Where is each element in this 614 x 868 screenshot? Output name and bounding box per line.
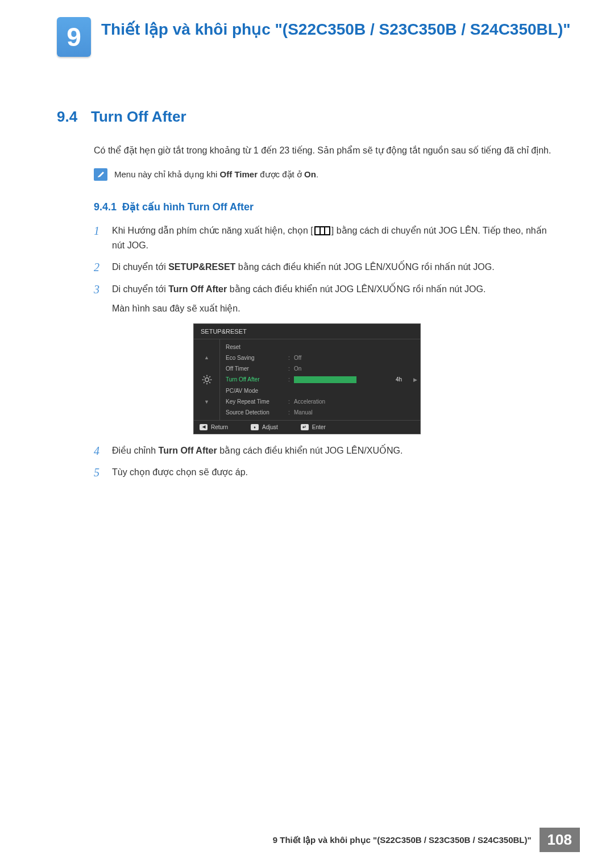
step-1: 1 Khi Hướng dẫn phím chức năng xuất hiện… <box>94 223 560 254</box>
chapter-number-badge: 9 <box>57 17 91 57</box>
note-mid: được đặt ở <box>258 169 304 179</box>
osd-menu-rows: Reset Eco Saving:Off Off Timer:On Turn O… <box>220 339 410 420</box>
step-3: 3 Di chuyển tới Turn Off After bằng cách… <box>94 282 560 317</box>
note-bold-1: Off Timer <box>220 169 258 179</box>
step-4: 4 Điều chỉnh Turn Off After bằng cách đi… <box>94 443 560 458</box>
step-2: 2 Di chuyển tới SETUP&RESET bằng cách đi… <box>94 260 560 275</box>
step-list-cont: 4 Điều chỉnh Turn Off After bằng cách đi… <box>0 443 614 480</box>
subsection-title: Đặt cấu hình Turn Off After <box>122 201 254 213</box>
osd-footer-adjust: Adjust <box>251 424 278 430</box>
svg-point-0 <box>205 377 209 381</box>
note-suffix: . <box>316 169 318 179</box>
osd-slider-track <box>294 376 356 383</box>
osd-row-reset: Reset <box>220 342 410 352</box>
osd-row-offtimer: Off Timer:On <box>220 363 410 374</box>
step-number: 4 <box>94 443 104 458</box>
note-text: Menu này chỉ khả dụng khi Off Timer được… <box>114 168 318 181</box>
section-heading: 9.4 Turn Off After <box>0 57 614 126</box>
page-footer: 9 Thiết lập và khôi phục "(S22C350B / S2… <box>273 828 580 852</box>
osd-row-turnoffafter: Turn Off After: 4h <box>220 374 410 385</box>
osd-title: SETUP&RESET <box>194 324 420 339</box>
step-text: Di chuyển tới Turn Off After bằng cách đ… <box>112 282 486 317</box>
adjust-icon <box>251 424 259 430</box>
note-icon <box>94 168 107 181</box>
svg-line-7 <box>204 382 205 383</box>
step-number: 5 <box>94 465 104 480</box>
section-number: 9.4 <box>57 108 91 126</box>
step-text: Tùy chọn được chọn sẽ được áp. <box>112 465 248 480</box>
menu-icon <box>314 226 330 235</box>
subsection-heading: 9.4.1 Đặt cấu hình Turn Off After <box>0 181 614 213</box>
osd-row-eco: Eco Saving:Off <box>220 352 410 363</box>
osd-up-arrow-icon: ▲ <box>202 353 211 362</box>
note-block: Menu này chỉ khả dụng khi Off Timer được… <box>0 158 614 181</box>
step-text: Điều chỉnh Turn Off After bằng cách điều… <box>112 443 403 458</box>
step-text: Khi Hướng dẫn phím chức năng xuất hiện, … <box>112 223 560 254</box>
chapter-title: Thiết lập và khôi phục "(S22C350B / S23C… <box>101 17 571 39</box>
step-5: 5 Tùy chọn được chọn sẽ được áp. <box>94 465 560 480</box>
note-bold-2: On <box>304 169 316 179</box>
step-sub-text: Màn hình sau đây sẽ xuất hiện. <box>112 301 486 316</box>
step-list: 1 Khi Hướng dẫn phím chức năng xuất hiện… <box>0 213 614 317</box>
section-body: Có thể đặt hẹn giờ tắt trong khoảng từ 1… <box>0 126 614 158</box>
gear-icon <box>201 373 213 386</box>
osd-slider: 4h <box>294 376 404 383</box>
osd-icon-column: ▲ ▼ <box>194 339 220 420</box>
osd-row-pcav: PC/AV Mode <box>220 385 410 396</box>
osd-footer-enter: Enter <box>301 424 326 430</box>
page-number: 108 <box>540 828 580 852</box>
chapter-header: 9 Thiết lập và khôi phục "(S22C350B / S2… <box>0 0 614 57</box>
note-prefix: Menu này chỉ khả dụng khi <box>114 169 220 179</box>
subsection-number: 9.4.1 <box>94 201 117 213</box>
osd-down-arrow-icon: ▼ <box>202 397 211 406</box>
osd-row-source: Source Detection:Manual <box>220 407 410 418</box>
svg-line-6 <box>209 382 210 383</box>
step-text: Di chuyển tới SETUP&RESET bằng cách điều… <box>112 260 495 275</box>
enter-icon <box>301 424 309 430</box>
osd-slider-value: 4h <box>396 376 404 383</box>
step-number: 2 <box>94 260 104 275</box>
osd-footer-return: Return <box>200 424 228 430</box>
step-number: 1 <box>94 223 104 254</box>
footer-text: 9 Thiết lập và khôi phục "(S22C350B / S2… <box>273 835 532 845</box>
return-icon <box>200 424 208 430</box>
step-number: 3 <box>94 282 104 317</box>
section-title: Turn Off After <box>91 108 186 126</box>
svg-line-5 <box>204 376 205 377</box>
osd-row-keyrepeat: Key Repeat Time:Acceleration <box>220 396 410 407</box>
osd-right-arrow-icon: ▶ <box>410 339 420 420</box>
osd-screenshot: SETUP&RESET ▲ ▼ Reset Eco Saving:Off Off… <box>193 323 421 434</box>
svg-line-8 <box>209 376 210 377</box>
osd-footer: Return Adjust Enter <box>194 420 420 434</box>
